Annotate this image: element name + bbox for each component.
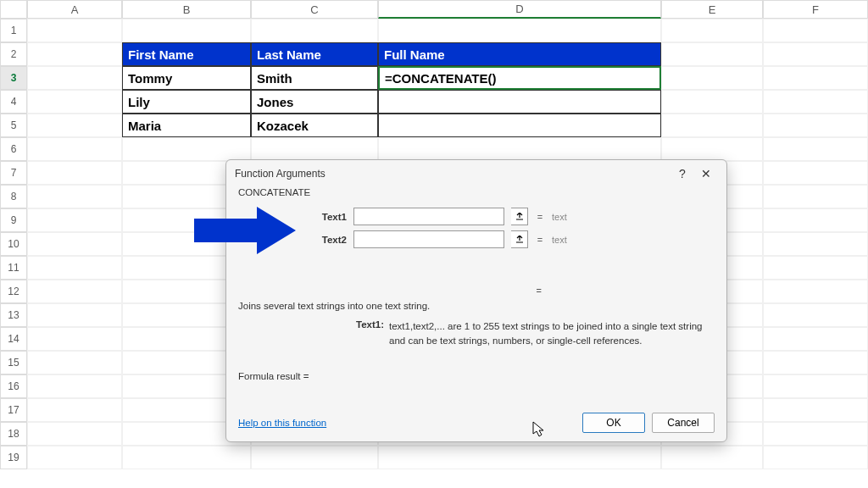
cell[interactable] [763, 137, 868, 161]
cell[interactable] [122, 446, 251, 469]
cell[interactable] [763, 280, 868, 303]
row-header[interactable]: 15 [0, 351, 27, 374]
range-selector-button[interactable] [511, 208, 528, 225]
row-header[interactable]: 2 [0, 42, 27, 66]
cell[interactable] [27, 114, 122, 137]
row-header[interactable]: 12 [0, 280, 27, 303]
dialog-titlebar[interactable]: Function Arguments ? ✕ [226, 160, 726, 187]
cell[interactable] [378, 19, 661, 42]
col-header-D[interactable]: D [378, 0, 661, 19]
cell[interactable] [763, 256, 868, 280]
row-header[interactable]: 17 [0, 398, 27, 422]
row-header[interactable]: 1 [0, 19, 27, 42]
table-cell[interactable]: Smith [251, 66, 378, 90]
cell[interactable] [763, 42, 868, 66]
row-header[interactable]: 9 [0, 208, 27, 232]
cell[interactable] [251, 137, 378, 161]
cell[interactable] [763, 446, 868, 469]
cell[interactable] [661, 114, 763, 137]
help-on-function-link[interactable]: Help on this function [238, 418, 326, 428]
cell[interactable] [27, 422, 122, 446]
col-header-F[interactable]: F [763, 0, 868, 19]
cell[interactable] [27, 374, 122, 398]
cell[interactable] [251, 19, 378, 42]
active-cell[interactable]: =CONCATENATE() [378, 66, 661, 90]
table-cell[interactable]: Kozacek [251, 114, 378, 137]
table-cell[interactable]: Tommy [122, 66, 251, 90]
cell[interactable] [763, 19, 868, 42]
table-cell[interactable]: Maria [122, 114, 251, 137]
col-header-A[interactable]: A [27, 0, 122, 19]
cell[interactable] [763, 66, 868, 90]
cell[interactable] [378, 446, 661, 469]
cell[interactable] [763, 114, 868, 137]
table-cell[interactable] [378, 90, 661, 114]
table-header[interactable]: Full Name [378, 42, 661, 66]
cell[interactable] [27, 256, 122, 280]
row-header[interactable]: 8 [0, 185, 27, 208]
cell[interactable] [122, 19, 251, 42]
cell[interactable] [763, 398, 868, 422]
cell[interactable] [27, 327, 122, 351]
cell[interactable] [763, 327, 868, 351]
cell[interactable] [378, 137, 661, 161]
select-all-corner[interactable] [0, 0, 27, 19]
cell[interactable] [763, 232, 868, 256]
row-header[interactable]: 11 [0, 256, 27, 280]
cell[interactable] [27, 398, 122, 422]
row-header[interactable]: 10 [0, 232, 27, 256]
cell[interactable] [251, 446, 378, 469]
cell[interactable] [27, 19, 122, 42]
cell[interactable] [27, 161, 122, 185]
cell[interactable] [661, 42, 763, 66]
cell[interactable] [763, 208, 868, 232]
row-header[interactable]: 4 [0, 90, 27, 114]
cell[interactable] [27, 137, 122, 161]
row-header[interactable]: 18 [0, 422, 27, 446]
cell[interactable] [27, 185, 122, 208]
cell[interactable] [763, 185, 868, 208]
table-header[interactable]: Last Name [251, 42, 378, 66]
cell[interactable] [27, 351, 122, 374]
cancel-button[interactable]: Cancel [652, 413, 715, 433]
cell[interactable] [27, 90, 122, 114]
ok-button[interactable]: OK [582, 413, 645, 433]
dialog-help-button[interactable]: ? [670, 164, 694, 184]
cell[interactable] [763, 351, 868, 374]
row-header[interactable]: 6 [0, 137, 27, 161]
cell[interactable] [27, 446, 122, 469]
table-cell[interactable]: Lily [122, 90, 251, 114]
row-header[interactable]: 5 [0, 114, 27, 137]
cell[interactable] [122, 137, 251, 161]
argument-input-text1[interactable] [353, 208, 504, 225]
argument-input-text2[interactable] [353, 230, 504, 248]
row-header[interactable]: 19 [0, 446, 27, 469]
row-header[interactable]: 14 [0, 327, 27, 351]
cell[interactable] [763, 90, 868, 114]
col-header-B[interactable]: B [122, 0, 251, 19]
col-header-C[interactable]: C [251, 0, 378, 19]
cell[interactable] [763, 374, 868, 398]
table-cell[interactable]: Jones [251, 90, 378, 114]
table-header[interactable]: First Name [122, 42, 251, 66]
cell[interactable] [661, 446, 763, 469]
cell[interactable] [661, 90, 763, 114]
cell[interactable] [661, 137, 763, 161]
row-header[interactable]: 16 [0, 374, 27, 398]
cell[interactable] [27, 232, 122, 256]
cell[interactable] [763, 303, 868, 327]
cell[interactable] [27, 208, 122, 232]
cell[interactable] [661, 19, 763, 42]
row-header[interactable]: 3 [0, 66, 27, 90]
cell[interactable] [27, 66, 122, 90]
cell[interactable] [661, 66, 763, 90]
range-selector-button[interactable] [511, 230, 528, 248]
cell[interactable] [27, 303, 122, 327]
cell[interactable] [27, 42, 122, 66]
cell[interactable] [27, 280, 122, 303]
table-cell[interactable] [378, 114, 661, 137]
dialog-close-button[interactable]: ✕ [694, 164, 718, 184]
cell[interactable] [763, 161, 868, 185]
col-header-E[interactable]: E [661, 0, 763, 19]
row-header[interactable]: 7 [0, 161, 27, 185]
